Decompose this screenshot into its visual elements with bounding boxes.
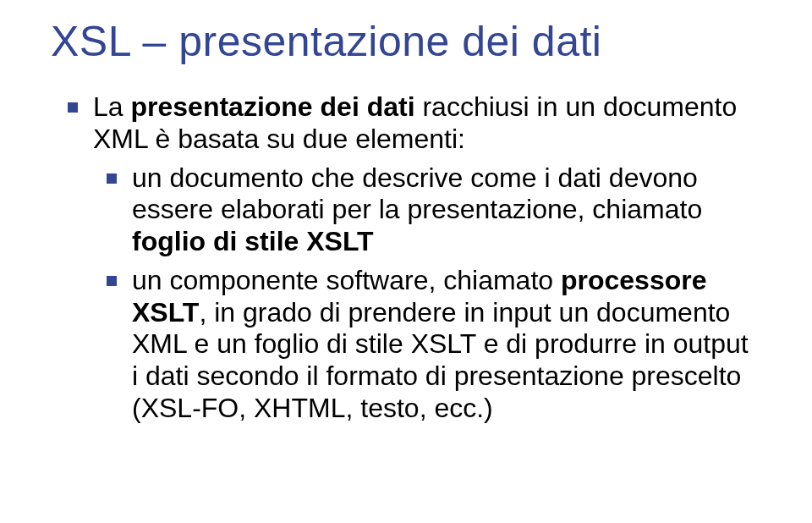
slide-title: XSL – presentazione dei dati (51, 17, 761, 66)
bullet-list-level2: un documento che descrive come i dati de… (93, 162, 761, 425)
bullet-2-text-pre: un documento che descrive come i dati de… (132, 162, 702, 225)
bullet-3-text-pre: un componente software, chiamato (132, 265, 561, 295)
bullet-item-2: un documento che descrive come i dati de… (107, 162, 761, 258)
bullet-1-bold: presentazione dei dati (130, 91, 414, 122)
slide: XSL – presentazione dei dati La presenta… (0, 0, 812, 523)
bullet-1-text-pre: La (93, 91, 130, 122)
bullet-item-1: La presentazione dei dati racchiusi in u… (68, 91, 761, 425)
bullet-3-text-post: , in grado di prendere in input un docum… (132, 297, 749, 423)
bullet-2-bold: foglio di stile XSLT (132, 226, 374, 256)
bullet-list-level1: La presentazione dei dati racchiusi in u… (51, 91, 761, 425)
bullet-item-3: un componente software, chiamato process… (107, 265, 761, 425)
